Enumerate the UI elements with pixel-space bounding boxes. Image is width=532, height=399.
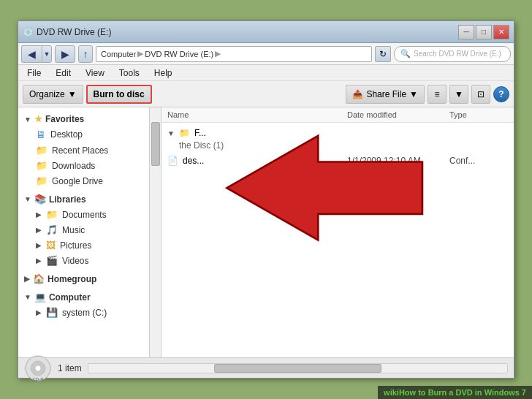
downloads-icon: 📁	[36, 160, 48, 171]
sidebar-item-music[interactable]: ▶ 🎵 Music	[18, 222, 149, 238]
favorites-arrow: ▼	[24, 115, 31, 123]
window-title: DVD RW Drive (E:)	[37, 27, 111, 37]
preview-button[interactable]: ⊡	[471, 85, 490, 104]
menu-edit[interactable]: Edit	[53, 66, 74, 80]
how-brand: How	[399, 388, 416, 397]
sidebar-homegroup-section: ▶ 🏠 Homegroup	[18, 271, 149, 286]
refresh-button[interactable]: ↻	[375, 46, 391, 62]
sidebar-favorites-header[interactable]: ▼ ★ Favorites	[18, 112, 149, 126]
content-area: ▼ ★ Favorites 🖥 Desktop 📁 Recent Places …	[18, 107, 514, 357]
documents-expand-arrow: ▶	[36, 210, 42, 218]
dropdown-arrow[interactable]: ▼	[42, 45, 52, 63]
breadcrumb-end: ▶	[215, 49, 221, 58]
system-c-expand-arrow: ▶	[36, 308, 42, 316]
sidebar-downloads-label: Downloads	[52, 161, 95, 171]
sidebar-item-downloads[interactable]: 📁 Downloads	[18, 158, 149, 173]
sidebar-item-desktop[interactable]: 🖥 Desktop	[18, 126, 149, 142]
sidebar-recent-label: Recent Places	[52, 145, 108, 156]
libraries-label: Libraries	[49, 194, 86, 205]
horizontal-scrollbar[interactable]	[88, 363, 508, 373]
pictures-icon: 🖼	[46, 240, 56, 251]
menu-tools[interactable]: Tools	[116, 66, 142, 80]
sidebar-item-documents[interactable]: ▶ 📁 Documents	[18, 207, 149, 222]
sidebar-scroll-thumb[interactable]	[151, 122, 160, 166]
minimize-button[interactable]: ─	[458, 25, 474, 39]
sidebar-music-label: Music	[62, 225, 85, 235]
view-button[interactable]: ≡	[428, 85, 446, 104]
google-drive-icon: 📁	[36, 175, 48, 186]
sidebar-documents-label: Documents	[62, 210, 107, 220]
share-file-button[interactable]: 📤 Share File ▼	[346, 85, 425, 104]
sidebar-item-pictures[interactable]: ▶ 🖼 Pictures	[18, 238, 149, 253]
file-date: 1/1/2009 12:10 AM	[347, 156, 449, 166]
help-button[interactable]: ?	[493, 86, 509, 102]
sidebar-favorites-section: ▼ ★ Favorites 🖥 Desktop 📁 Recent Places …	[18, 112, 149, 189]
file-row[interactable]: 📄 des... 1/1/2009 12:10 AM Conf...	[162, 153, 514, 168]
close-button[interactable]: ✕	[493, 25, 509, 39]
sidebar-item-system-c[interactable]: ▶ 💾 system (C:)	[18, 305, 149, 320]
sidebar: ▼ ★ Favorites 🖥 Desktop 📁 Recent Places …	[18, 107, 150, 357]
sidebar-libraries-section: ▼ 📚 Libraries ▶ 📁 Documents ▶ 🎵 Music ▶ …	[18, 191, 149, 268]
maximize-button[interactable]: □	[476, 25, 492, 39]
wikihow-footer: wikiHow to Burn a DVD in Windows 7	[378, 386, 532, 399]
sidebar-computer-section: ▼ 💻 Computer ▶ 💾 system (C:)	[18, 289, 149, 320]
desktop-icon: 🖥	[36, 129, 46, 140]
file-icon: 📄	[167, 156, 178, 166]
back-button[interactable]: ◀	[21, 45, 42, 63]
music-icon: 🎵	[46, 224, 58, 235]
sidebar-desktop-label: Desktop	[50, 129, 83, 140]
sidebar-item-google-drive[interactable]: 📁 Google Drive	[18, 173, 149, 189]
sidebar-system-c-label: system (C:)	[62, 308, 107, 318]
title-bar-controls: ─ □ ✕	[458, 25, 509, 39]
sidebar-homegroup-header[interactable]: ▶ 🏠 Homegroup	[18, 271, 149, 286]
file-name-label: des...	[183, 156, 204, 166]
col-header-name[interactable]: Name	[167, 110, 347, 119]
menu-file[interactable]: File	[24, 66, 44, 80]
libraries-icon: 📚	[34, 194, 46, 205]
organize-label: Organize	[29, 89, 65, 99]
burn-disc-button[interactable]: Burn to disc	[86, 85, 152, 104]
footer-text: to Burn a DVD in Windows 7	[416, 388, 526, 397]
favorites-label: Favorites	[45, 114, 84, 124]
col-header-type[interactable]: Type	[449, 110, 508, 119]
menu-help[interactable]: Help	[151, 66, 175, 80]
burn-disc-label: Burn to disc	[94, 89, 145, 99]
breadcrumb[interactable]: Computer ▶ DVD RW Drive (E:) ▶	[96, 46, 372, 62]
folder-row[interactable]: ▼ 📁 F...	[162, 126, 514, 140]
share-arrow: ▼	[409, 89, 418, 99]
sidebar-item-videos[interactable]: ▶ 🎬 Videos	[18, 253, 149, 268]
documents-icon: 📁	[46, 209, 58, 220]
share-icon: 📤	[352, 89, 363, 99]
sidebar-pictures-label: Pictures	[60, 240, 91, 251]
breadcrumb-computer[interactable]: Computer	[101, 50, 136, 58]
scrollbar-thumb[interactable]	[214, 364, 381, 373]
search-placeholder: Search DVD RW Drive (E:)	[414, 50, 501, 58]
col-header-date[interactable]: Date modified	[347, 110, 449, 119]
menu-view[interactable]: View	[83, 66, 107, 80]
wiki-prefix: wiki	[384, 388, 399, 397]
nav-buttons: ◀ ▼	[21, 45, 52, 63]
homegroup-arrow: ▶	[24, 275, 30, 283]
sidebar-item-recent-places[interactable]: 📁 Recent Places	[18, 142, 149, 158]
forward-button[interactable]: ▶	[55, 45, 75, 63]
svg-text:CD-R: CD-R	[33, 377, 45, 381]
breadcrumb-drive[interactable]: DVD RW Drive (E:)	[145, 50, 213, 58]
search-bar[interactable]: 🔍 Search DVD RW Drive (E:)	[394, 46, 511, 62]
sidebar-scrollbar[interactable]	[150, 107, 162, 357]
organize-button[interactable]: Organize ▼	[23, 85, 83, 104]
view-dropdown-button[interactable]: ▼	[449, 85, 468, 104]
sidebar-libraries-header[interactable]: ▼ 📚 Libraries	[18, 191, 149, 207]
sidebar-videos-label: Videos	[62, 256, 88, 266]
file-name: 📄 des...	[167, 156, 347, 166]
up-button[interactable]: ↑	[78, 45, 93, 63]
folder-label: F...	[194, 128, 206, 138]
sidebar-computer-header[interactable]: ▼ 💻 Computer	[18, 289, 149, 305]
item-count: 1 item	[58, 363, 82, 373]
computer-arrow: ▼	[24, 293, 31, 301]
sidebar-gdrive-label: Google Drive	[52, 176, 103, 186]
computer-label: Computer	[49, 292, 91, 303]
file-type: Conf...	[449, 156, 508, 166]
title-bar-left: 💿 DVD RW Drive (E:)	[23, 27, 111, 37]
window-icon: 💿	[23, 27, 34, 37]
folder-expand-arrow: ▼	[167, 129, 175, 137]
